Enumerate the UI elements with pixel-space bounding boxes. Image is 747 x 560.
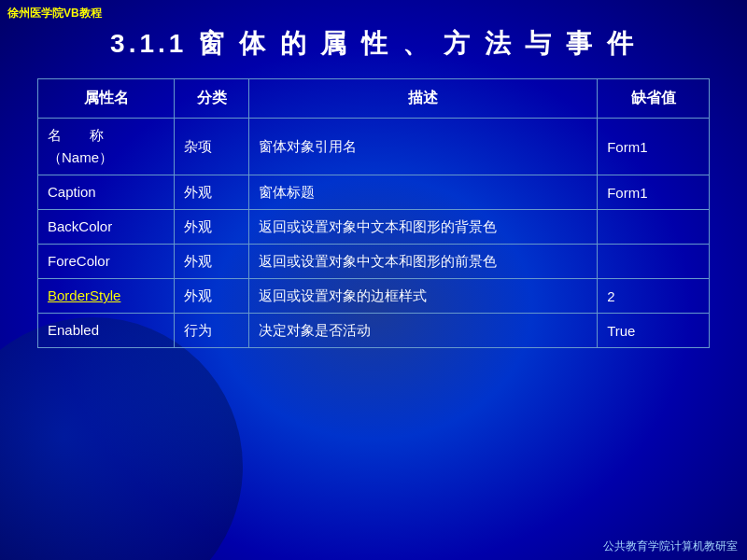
header-name: 属性名 [38,79,175,119]
main-table-container: 属性名 分类 描述 缺省值 名 称（Name）杂项窗体对象引用名Form1Cap… [37,78,710,348]
watermark-bottom: 公共教育学院计算机教研室 [603,539,738,554]
header-description: 描述 [249,79,598,119]
header-category: 分类 [175,79,249,119]
watermark-top: 徐州医学院VB教程 [7,6,102,21]
property-link[interactable]: BorderStyle [48,287,120,303]
cell-description: 决定对象是否活动 [249,314,598,348]
cell-property-name: Enabled [38,314,175,348]
cell-description: 返回或设置对象的边框样式 [249,279,598,314]
cell-category: 外观 [175,279,249,314]
cell-description: 窗体对象引用名 [249,119,598,175]
cell-category: 外观 [175,245,249,279]
cell-description: 返回或设置对象中文本和图形的前景色 [249,245,598,279]
cell-default: Form1 [598,175,710,210]
table-row: Caption外观窗体标题Form1 [38,175,710,210]
header-default: 缺省值 [598,79,710,119]
properties-table: 属性名 分类 描述 缺省值 名 称（Name）杂项窗体对象引用名Form1Cap… [37,78,710,348]
table-row: 名 称（Name）杂项窗体对象引用名Form1 [38,119,710,175]
cell-default [598,245,710,279]
cell-default: True [598,314,710,348]
cell-default [598,210,710,245]
cell-property-name: BackColor [38,210,175,245]
cell-description: 窗体标题 [249,175,598,210]
cell-category: 杂项 [175,119,249,175]
cell-description: 返回或设置对象中文本和图形的背景色 [249,210,598,245]
cell-category: 行为 [175,314,249,348]
table-row: BorderStyle外观返回或设置对象的边框样式2 [38,279,710,314]
table-row: BackColor外观返回或设置对象中文本和图形的背景色 [38,210,710,245]
table-row: Enabled行为决定对象是否活动True [38,314,710,348]
cell-category: 外观 [175,210,249,245]
cell-category: 外观 [175,175,249,210]
cell-property-name: BorderStyle [38,279,175,314]
table-header-row: 属性名 分类 描述 缺省值 [38,79,710,119]
cell-property-name: 名 称（Name） [38,119,175,175]
cell-default: 2 [598,279,710,314]
cell-property-name: ForeColor [38,245,175,279]
cell-property-name: Caption [38,175,175,210]
cell-default: Form1 [598,119,710,175]
table-row: ForeColor外观返回或设置对象中文本和图形的前景色 [38,245,710,279]
page-title: 3.1.1 窗 体 的 属 性 、 方 法 与 事 件 [0,0,747,78]
